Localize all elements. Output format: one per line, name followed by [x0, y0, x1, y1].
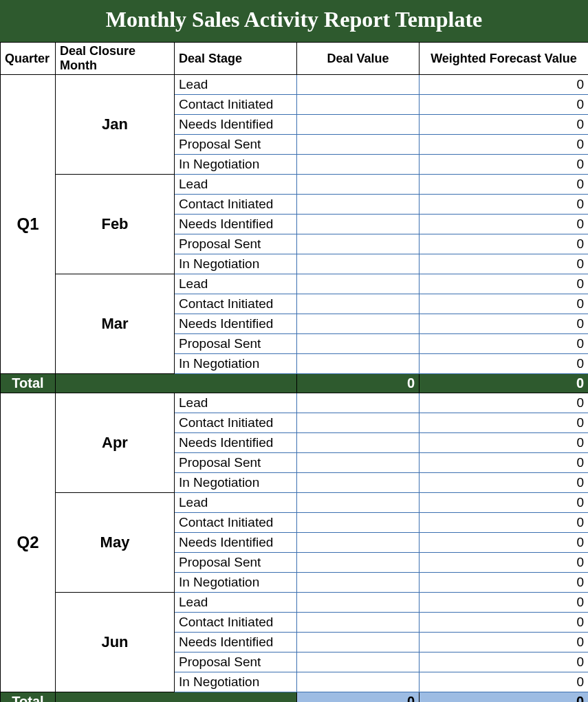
quarter-cell: Q1: [1, 75, 56, 374]
stage-cell[interactable]: Lead: [175, 175, 297, 195]
forecast-value-cell[interactable]: 0: [420, 115, 589, 135]
deal-value-cell[interactable]: [297, 314, 420, 334]
deal-value-cell[interactable]: [297, 195, 420, 215]
stage-cell[interactable]: In Negotiation: [175, 254, 297, 274]
forecast-value-cell[interactable]: 0: [420, 354, 589, 374]
stage-cell[interactable]: Contact Initiated: [175, 95, 297, 115]
stage-cell[interactable]: In Negotiation: [175, 354, 297, 374]
deal-value-cell[interactable]: [297, 433, 420, 453]
quarter-cell: Q2: [1, 393, 56, 692]
stage-cell[interactable]: In Negotiation: [175, 573, 297, 593]
deal-value-cell[interactable]: [297, 115, 420, 135]
forecast-value-cell[interactable]: 0: [420, 473, 589, 493]
stage-cell[interactable]: Needs Identified: [175, 633, 297, 652]
stage-cell[interactable]: Needs Identified: [175, 215, 297, 234]
stage-cell[interactable]: Needs Identified: [175, 314, 297, 334]
stage-cell[interactable]: Lead: [175, 274, 297, 294]
deal-value-cell[interactable]: [297, 633, 420, 652]
deal-value-cell[interactable]: [297, 672, 420, 692]
quarter-total-row: Total00: [1, 692, 589, 703]
month-cell: Jun: [56, 593, 175, 692]
forecast-value-cell[interactable]: 0: [420, 215, 589, 234]
stage-cell[interactable]: Contact Initiated: [175, 195, 297, 215]
total-value[interactable]: 0: [297, 374, 420, 393]
forecast-value-cell[interactable]: 0: [420, 633, 589, 652]
forecast-value-cell[interactable]: 0: [420, 493, 589, 513]
stage-cell[interactable]: Contact Initiated: [175, 513, 297, 533]
deal-value-cell[interactable]: [297, 354, 420, 374]
stage-cell[interactable]: Contact Initiated: [175, 294, 297, 314]
stage-cell[interactable]: Contact Initiated: [175, 413, 297, 433]
forecast-value-cell[interactable]: 0: [420, 652, 589, 672]
deal-value-cell[interactable]: [297, 215, 420, 234]
deal-value-cell[interactable]: [297, 573, 420, 593]
sales-table: Quarter Deal Closure Month Deal Stage De…: [0, 42, 588, 702]
deal-value-cell[interactable]: [297, 413, 420, 433]
deal-value-cell[interactable]: [297, 234, 420, 254]
deal-value-cell[interactable]: [297, 513, 420, 533]
forecast-value-cell[interactable]: 0: [420, 234, 589, 254]
stage-cell[interactable]: Lead: [175, 493, 297, 513]
forecast-value-cell[interactable]: 0: [420, 254, 589, 274]
forecast-value-cell[interactable]: 0: [420, 135, 589, 155]
stage-cell[interactable]: Proposal Sent: [175, 453, 297, 473]
stage-cell[interactable]: Contact Initiated: [175, 613, 297, 633]
deal-value-cell[interactable]: [297, 533, 420, 553]
stage-cell[interactable]: Needs Identified: [175, 115, 297, 135]
forecast-value-cell[interactable]: 0: [420, 433, 589, 453]
forecast-value-cell[interactable]: 0: [420, 294, 589, 314]
forecast-value-cell[interactable]: 0: [420, 75, 589, 95]
stage-cell[interactable]: Lead: [175, 75, 297, 95]
forecast-value-cell[interactable]: 0: [420, 175, 589, 195]
forecast-value-cell[interactable]: 0: [420, 553, 589, 573]
deal-value-cell[interactable]: [297, 393, 420, 413]
deal-value-cell[interactable]: [297, 254, 420, 274]
stage-cell[interactable]: In Negotiation: [175, 473, 297, 493]
deal-value-cell[interactable]: [297, 453, 420, 473]
deal-value-cell[interactable]: [297, 294, 420, 314]
deal-value-cell[interactable]: [297, 613, 420, 633]
stage-cell[interactable]: Proposal Sent: [175, 334, 297, 354]
forecast-value-cell[interactable]: 0: [420, 453, 589, 473]
stage-cell[interactable]: Proposal Sent: [175, 652, 297, 672]
deal-value-cell[interactable]: [297, 155, 420, 175]
stage-cell[interactable]: Needs Identified: [175, 433, 297, 453]
total-value[interactable]: 0: [297, 692, 420, 703]
forecast-value-cell[interactable]: 0: [420, 573, 589, 593]
deal-value-cell[interactable]: [297, 95, 420, 115]
forecast-value-cell[interactable]: 0: [420, 95, 589, 115]
stage-cell[interactable]: Lead: [175, 393, 297, 413]
page-title: Monthly Sales Activity Report Template: [0, 0, 588, 42]
deal-value-cell[interactable]: [297, 334, 420, 354]
forecast-value-cell[interactable]: 0: [420, 274, 589, 294]
stage-cell[interactable]: In Negotiation: [175, 672, 297, 692]
forecast-value-cell[interactable]: 0: [420, 195, 589, 215]
forecast-value-cell[interactable]: 0: [420, 593, 589, 613]
deal-value-cell[interactable]: [297, 75, 420, 95]
deal-value-cell[interactable]: [297, 473, 420, 493]
forecast-value-cell[interactable]: 0: [420, 155, 589, 175]
forecast-value-cell[interactable]: 0: [420, 513, 589, 533]
deal-value-cell[interactable]: [297, 274, 420, 294]
forecast-value-cell[interactable]: 0: [420, 334, 589, 354]
forecast-value-cell[interactable]: 0: [420, 613, 589, 633]
total-forecast[interactable]: 0: [420, 374, 589, 393]
stage-cell[interactable]: Proposal Sent: [175, 234, 297, 254]
stage-cell[interactable]: Proposal Sent: [175, 135, 297, 155]
stage-cell[interactable]: Needs Identified: [175, 533, 297, 553]
stage-cell[interactable]: In Negotiation: [175, 155, 297, 175]
stage-cell[interactable]: Proposal Sent: [175, 553, 297, 573]
deal-value-cell[interactable]: [297, 135, 420, 155]
forecast-value-cell[interactable]: 0: [420, 672, 589, 692]
deal-value-cell[interactable]: [297, 553, 420, 573]
deal-value-cell[interactable]: [297, 175, 420, 195]
stage-cell[interactable]: Lead: [175, 593, 297, 613]
deal-value-cell[interactable]: [297, 593, 420, 613]
forecast-value-cell[interactable]: 0: [420, 533, 589, 553]
total-forecast[interactable]: 0: [420, 692, 589, 703]
forecast-value-cell[interactable]: 0: [420, 393, 589, 413]
forecast-value-cell[interactable]: 0: [420, 314, 589, 334]
deal-value-cell[interactable]: [297, 652, 420, 672]
forecast-value-cell[interactable]: 0: [420, 413, 589, 433]
deal-value-cell[interactable]: [297, 493, 420, 513]
